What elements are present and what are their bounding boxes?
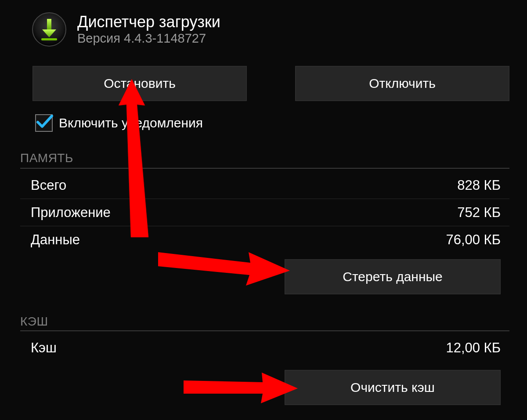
memory-total-row: Всего 828 КБ [31,177,501,193]
memory-app-value: 752 КБ [457,205,501,221]
memory-data-row: Данные 76,00 КБ [31,232,501,248]
app-info-screen: Диспетчер загрузки Версия 4.4.3-1148727 … [0,0,527,420]
divider [20,199,509,199]
divider [20,168,509,169]
notifications-row[interactable]: Включить уведомления [35,114,203,132]
memory-data-value: 76,00 КБ [446,232,501,248]
disable-button[interactable]: Отключить [295,66,509,101]
annotation-arrow-icon [184,372,298,407]
divider [20,226,509,226]
memory-section-title: ПАМЯТЬ [20,151,73,165]
memory-app-row: Приложение 752 КБ [31,205,501,221]
memory-app-label: Приложение [31,205,111,221]
app-header: Диспетчер загрузки Версия 4.4.3-1148727 [32,10,509,49]
app-version: Версия 4.4.3-1148727 [77,31,220,46]
annotation-arrow-icon [119,79,171,246]
memory-total-label: Всего [31,177,66,193]
notifications-checkbox[interactable] [35,114,53,132]
svg-rect-3 [41,38,57,40]
memory-total-value: 828 КБ [457,177,501,193]
force-stop-button[interactable]: Остановить [32,66,247,101]
svg-marker-6 [184,373,298,403]
app-title: Диспетчер загрузки [77,13,220,31]
cache-row: Кэш 12,00 КБ [31,340,501,356]
cache-label: Кэш [31,340,57,356]
primary-actions-row: Остановить Отключить [32,66,509,100]
app-title-block: Диспетчер загрузки Версия 4.4.3-1148727 [77,13,220,46]
cache-value: 12,00 КБ [446,340,501,356]
svg-rect-1 [47,19,51,30]
notifications-label: Включить уведомления [59,116,203,130]
memory-data-label: Данные [31,232,80,248]
clear-cache-button[interactable]: Очистить кэш [285,370,501,405]
cache-section-title: КЭШ [20,315,48,329]
divider [20,330,509,331]
clear-data-button[interactable]: Стереть данные [285,259,501,294]
download-icon [32,12,67,47]
svg-marker-5 [158,252,290,286]
